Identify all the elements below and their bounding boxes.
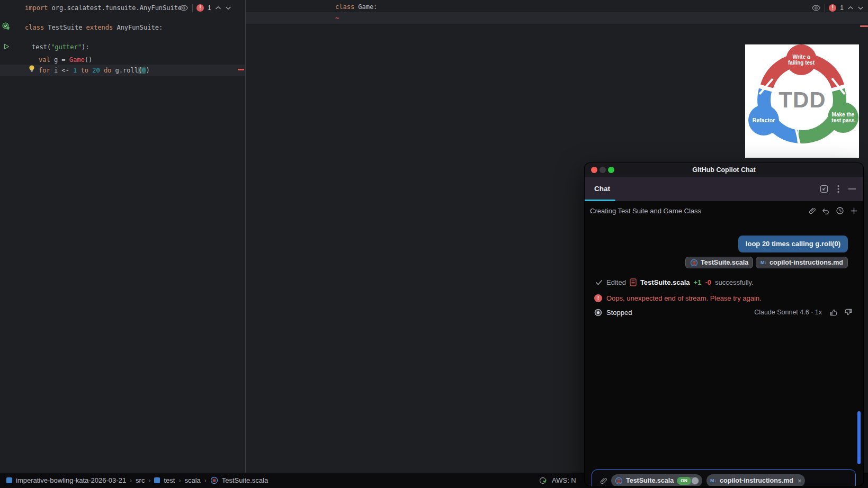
context-chip-instructions[interactable]: M↓ copilot-instructions.md	[756, 257, 848, 268]
inspection-separator	[192, 4, 193, 12]
intention-bulb-icon[interactable]	[28, 65, 35, 73]
tdd-step-blue-label: Refactor	[753, 117, 775, 123]
error-count: 1	[840, 4, 844, 12]
attached-chip-testsuite[interactable]: TestSuite.scala ON	[611, 474, 702, 486]
github-copilot-chat-window: GitHub Copilot Chat Chat Creating T	[585, 163, 863, 486]
toggle-knob	[692, 477, 699, 484]
breadcrumb-file[interactable]: TestSuite.scala	[222, 476, 268, 484]
scala-file-icon	[210, 476, 218, 484]
code-line-for[interactable]: for i <- 1 to 20 do g.roll(0)	[39, 65, 150, 76]
grade-check-icon[interactable]	[539, 476, 548, 485]
empty-line-tilde: ~	[335, 13, 339, 24]
breadcrumb: imperative-bowling-kata-2026-03-21 › src…	[6, 473, 268, 488]
diff-additions: +1	[694, 278, 702, 286]
kebab-menu-icon[interactable]	[837, 185, 839, 193]
tdd-step-green-line2: test pass	[831, 118, 855, 123]
thumbs-down-icon[interactable]	[844, 308, 853, 317]
toggle-on-label: ON	[677, 477, 691, 485]
scala-test-file-icon	[630, 278, 637, 286]
attached-file-label: copilot-instructions.md	[720, 477, 793, 484]
code-line-test[interactable]: test("gutter"):	[32, 42, 89, 53]
code-line-import[interactable]: import org.scalatest.funsuite.AnyFunSuit…	[25, 3, 182, 14]
tdd-center-label: TDD	[778, 87, 826, 112]
error-badge-icon[interactable]: !	[196, 4, 204, 12]
attached-file-label: TestSuite.scala	[626, 477, 674, 484]
prev-error-chevron-up-icon[interactable]	[847, 6, 854, 10]
stopped-status-row: Stopped Claude Sonnet 4.6 · 1x	[594, 306, 853, 319]
breadcrumb-project[interactable]: imperative-bowling-kata-2026-03-21	[16, 476, 126, 484]
chat-input-box[interactable]: TestSuite.scala ON M↓ copilot-instructio…	[592, 469, 856, 486]
model-usage-label: Claude Sonnet 4.6 · 1x	[754, 309, 822, 316]
stopped-label: Stopped	[606, 309, 632, 317]
error-stripe-marker[interactable]	[238, 69, 244, 70]
remove-attachment-icon[interactable]: ×	[798, 477, 802, 485]
edited-filename[interactable]: TestSuite.scala	[640, 278, 690, 286]
breadcrumb-scala[interactable]: scala	[184, 476, 200, 484]
test-passed-gutter-icon[interactable]	[2, 22, 10, 30]
code-line-class[interactable]: class TestSuite extends AnyFunSuite:	[25, 22, 163, 33]
tdd-cycle-image: Write a failing test Make the test pass …	[745, 44, 859, 158]
breadcrumb-test[interactable]: test	[164, 476, 175, 484]
code-line-class-game[interactable]: class Game:	[335, 2, 377, 13]
error-stripe-marker[interactable]	[860, 25, 868, 27]
attached-chip-instructions[interactable]: M↓ copilot-instructions.md ×	[706, 474, 804, 486]
thread-title: Creating Test Suite and Game Class	[590, 207, 701, 215]
tdd-step-red-line1: Write a	[792, 54, 810, 60]
attachment-on-toggle[interactable]: ON	[677, 477, 699, 485]
markdown-file-icon: M↓	[710, 478, 717, 483]
tab-chat[interactable]: Chat	[594, 177, 610, 200]
scala-file-icon	[690, 259, 698, 267]
markdown-file-icon: M↓	[760, 260, 767, 265]
run-test-gutter-icon[interactable]	[3, 43, 10, 50]
chat-error-message: Oops, unexpected end of stream. Please t…	[606, 294, 762, 302]
chat-error-row: ! Oops, unexpected end of stream. Please…	[594, 292, 762, 304]
reader-mode-eye-icon[interactable]	[179, 4, 189, 12]
statusbar-right: AWS: N	[539, 473, 576, 488]
chat-scrollbar[interactable]	[857, 411, 861, 464]
history-clock-icon[interactable]	[836, 206, 844, 215]
dock-window-icon[interactable]	[820, 185, 828, 193]
check-icon	[595, 279, 603, 285]
chat-body: Creating Test Suite and Game Class	[585, 201, 863, 486]
context-chip-testsuite[interactable]: TestSuite.scala	[685, 257, 753, 268]
module-icon	[6, 477, 12, 483]
context-chip-label: copilot-instructions.md	[769, 259, 843, 266]
inspection-separator	[825, 4, 825, 12]
stop-record-icon	[594, 309, 602, 317]
thumbs-up-icon[interactable]	[829, 308, 838, 317]
hide-window-icon[interactable]	[848, 188, 856, 190]
tdd-step-green-line1: Make the	[832, 112, 855, 118]
breadcrumb-separator: ›	[204, 477, 207, 484]
current-line-highlight	[246, 12, 868, 24]
next-error-chevron-down-icon[interactable]	[857, 6, 864, 10]
user-message-bubble[interactable]: loop 20 times calling g.roll(0)	[738, 236, 848, 252]
tdd-step-red-line2: failing test	[788, 60, 815, 66]
inspection-widget-left: ! 1	[179, 3, 231, 13]
scala-file-icon	[615, 477, 623, 485]
editor-pane-left[interactable]: import org.scalatest.funsuite.AnyFunSuit…	[0, 0, 245, 473]
new-chat-plus-icon[interactable]	[850, 207, 858, 215]
edited-suffix: successfully.	[715, 278, 754, 286]
code-line-val[interactable]: val g = Game()	[39, 55, 92, 66]
edited-file-row: Edited TestSuite.scala +1 -0 successfull…	[595, 276, 754, 288]
chat-tabbar: Chat	[585, 177, 863, 201]
next-error-chevron-down-icon[interactable]	[225, 6, 231, 10]
breadcrumb-separator: ›	[178, 477, 181, 484]
error-exclamation-icon: !	[594, 294, 602, 302]
attach-paperclip-icon[interactable]	[598, 476, 607, 485]
breadcrumb-src[interactable]: src	[136, 476, 145, 484]
error-badge-icon[interactable]: !	[829, 4, 836, 12]
edited-label: Edited	[606, 278, 626, 286]
error-count: 1	[208, 4, 211, 12]
module-icon	[154, 477, 160, 483]
reader-mode-eye-icon[interactable]	[811, 4, 821, 12]
prev-error-chevron-up-icon[interactable]	[215, 6, 221, 10]
diff-deletions: -0	[705, 278, 711, 286]
aws-status-label[interactable]: AWS: N	[552, 476, 576, 484]
chat-titlebar[interactable]: GitHub Copilot Chat	[585, 163, 863, 177]
inspection-widget-right: ! 1	[811, 3, 864, 13]
window-title: GitHub Copilot Chat	[585, 163, 863, 177]
breadcrumb-separator: ›	[130, 477, 132, 484]
undo-icon[interactable]	[821, 206, 830, 215]
attach-context-icon[interactable]	[807, 206, 816, 215]
